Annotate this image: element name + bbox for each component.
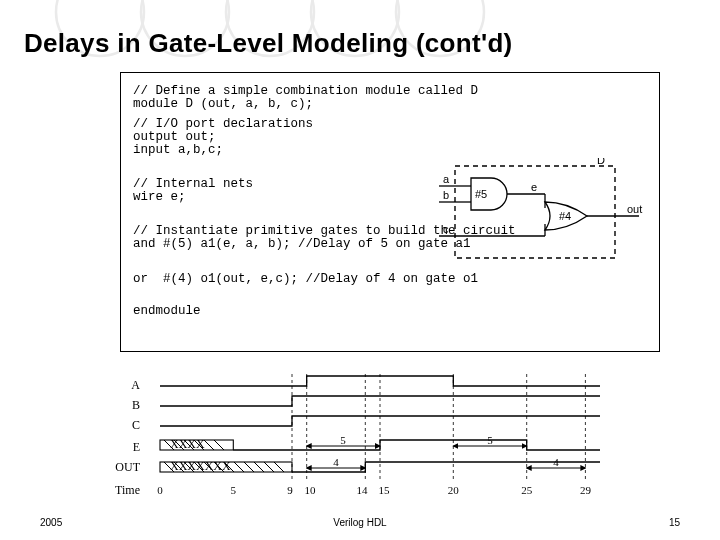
code-block-6: endmodule — [133, 305, 201, 318]
e-unknown: XXXX — [170, 437, 205, 451]
slide-title: Delays in Gate-Level Modeling (cont'd) — [24, 28, 513, 59]
tick-20: 20 — [448, 484, 460, 496]
code-block-2: // I/O port declarations output out; inp… — [133, 118, 313, 157]
code-block-5: or #(4) o1(out, e,c); //Delay of 4 on ga… — [133, 273, 478, 286]
diagram-output-label: out — [627, 203, 642, 215]
signal-label-out: OUT — [115, 460, 140, 474]
and-delay-label: #5 — [475, 188, 487, 200]
tick-14: 14 — [357, 484, 369, 496]
tick-5: 5 — [231, 484, 237, 496]
diagram-input-a: a — [443, 173, 450, 185]
diagram-signal-e: e — [531, 181, 537, 193]
diagram-input-b: b — [443, 189, 449, 201]
diagram-module-label: D — [597, 158, 605, 166]
tick-25: 25 — [521, 484, 533, 496]
or-delay-label: #4 — [559, 210, 571, 222]
e-delay-rise: 5 — [340, 434, 346, 446]
tick-9: 9 — [287, 484, 293, 496]
signal-label-b: B — [132, 398, 140, 412]
slide: Delays in Gate-Level Modeling (cont'd) /… — [0, 0, 720, 540]
timing-diagram: A B C E XXXX OUT XXXXXXX — [100, 370, 640, 520]
footer-year: 2005 — [40, 517, 62, 528]
tick-15: 15 — [379, 484, 391, 496]
out-unknown: XXXXXXX — [170, 459, 231, 473]
signal-label-c: C — [132, 418, 140, 432]
signal-label-a: A — [131, 378, 140, 392]
out-delay-rise: 4 — [333, 456, 339, 468]
e-delay-fall: 5 — [487, 434, 493, 446]
footer-title: Verilog HDL — [333, 517, 386, 528]
code-box: // Define a simple combination module ca… — [120, 72, 660, 352]
tick-29: 29 — [580, 484, 592, 496]
signal-label-e: E — [133, 440, 140, 454]
diagram-input-c: c — [443, 223, 449, 235]
code-block-3: // Internal nets wire e; — [133, 178, 253, 204]
footer-page-number: 15 — [669, 517, 680, 528]
tick-10: 10 — [305, 484, 317, 496]
out-delay-b: 4 — [553, 456, 559, 468]
tick-0: 0 — [157, 484, 163, 496]
time-axis-label: Time — [115, 483, 140, 497]
code-block-1: // Define a simple combination module ca… — [133, 85, 478, 111]
circuit-diagram: D a b c #5 e #4 ou — [435, 158, 645, 268]
